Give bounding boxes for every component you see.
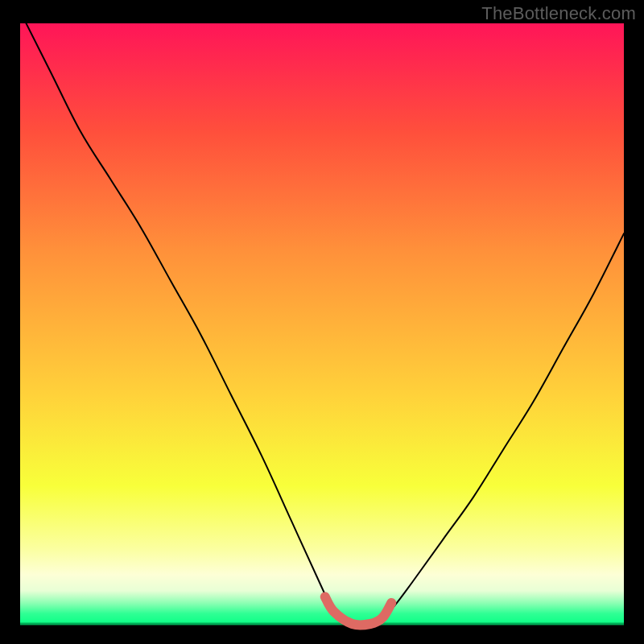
watermark-text: TheBottleneck.com	[481, 3, 636, 24]
bottleneck-chart	[0, 0, 644, 644]
chart-gradient-bg	[20, 23, 624, 624]
chart-container: TheBottleneck.com	[0, 0, 644, 644]
